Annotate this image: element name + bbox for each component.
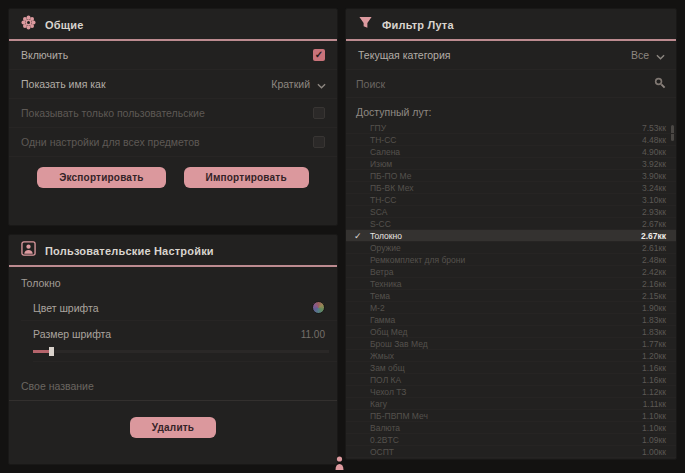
loot-item-value: 1.90кк (642, 303, 666, 313)
loot-item-name: ТН-СС (370, 195, 396, 205)
font-color-label: Цвет шрифта (33, 302, 99, 314)
loot-item-value: 3.92кк (642, 159, 666, 169)
user-panel-title: Пользовательские Настройки (45, 245, 214, 257)
loot-row[interactable]: М-21.90кк (346, 302, 676, 314)
show-name-row: Показать имя как Краткий (9, 70, 337, 99)
loot-item-name: Зам общ (370, 363, 405, 373)
loot-item-value: 2.67кк (642, 219, 666, 229)
loot-row[interactable]: Брош Зав Мед1.77кк (346, 338, 676, 350)
loot-row[interactable]: 0.2BTC1.09кк (346, 434, 676, 446)
loot-row[interactable]: SCA2.93кк (346, 206, 676, 218)
font-size-slider[interactable] (33, 350, 329, 353)
loot-row[interactable]: Общ Мед1.83кк (346, 326, 676, 338)
loot-item-name: Толокно (370, 231, 402, 241)
loot-item-name: SCA (370, 207, 387, 217)
loot-row[interactable]: Салена4.90кк (346, 146, 676, 158)
loot-item-name: Гамма (370, 315, 395, 325)
loot-row[interactable]: Изюм3.92кк (346, 158, 676, 170)
loot-row[interactable]: ПБ-ВК Мех3.24кк (346, 182, 676, 194)
category-dropdown[interactable]: Все (631, 49, 664, 61)
search-input[interactable] (356, 78, 653, 90)
user-settings-panel: Пользовательские Настройки Толокно Цвет … (8, 234, 338, 465)
loot-item-name: S-CC (370, 219, 391, 229)
loot-item-value: 2.61кк (642, 243, 666, 253)
loot-item-name: ПБ-ПВПМ Меч (370, 411, 428, 421)
delete-button[interactable]: Удалить (130, 417, 216, 438)
font-size-row: Размер шрифта 11.00 (21, 321, 337, 346)
enable-row: Включить ✓ (9, 41, 337, 70)
loot-item-name: Жмых (370, 351, 394, 361)
loot-item-value: 1.10кк (642, 411, 666, 421)
general-settings-panel: Общие Включить ✓ Показать имя как Кратки… (8, 8, 338, 226)
loot-row[interactable]: ПОЛ КА1.16кк (346, 374, 676, 386)
only-custom-label: Показывать только пользовательские (21, 107, 205, 119)
loot-item-value: 2.16кк (642, 279, 666, 289)
import-button[interactable]: Импортировать (184, 167, 309, 188)
user-panel-header: Пользовательские Настройки (9, 235, 337, 265)
loot-filter-panel: Фильтр Лута Текущая категория Все Доступ… (345, 8, 677, 460)
loot-row[interactable]: ПБ-ПО Ме3.90кк (346, 170, 676, 182)
loot-row[interactable]: Техника2.16кк (346, 278, 676, 290)
loot-row[interactable]: ✓Толокно2.67кк (346, 230, 676, 242)
loot-row[interactable]: Ремкомплект для брони2.48кк (346, 254, 676, 266)
font-size-label: Размер шрифта (33, 328, 111, 340)
available-loot-label: Доступный лут: (346, 98, 676, 122)
loot-row[interactable]: S-CC2.67кк (346, 218, 676, 230)
loot-list: ГПУ7.53ккТН-СС4.48ккСалена4.90ккИзюм3.92… (346, 122, 676, 458)
slider-handle[interactable] (49, 347, 54, 356)
loot-row[interactable]: Тема2.15кк (346, 290, 676, 302)
loot-row[interactable]: Чехол ТЗ1.12кк (346, 386, 676, 398)
loot-item-name: ПОЛ КА (370, 375, 401, 385)
show-name-label: Показать имя как (21, 78, 106, 90)
loot-item-value: 7.53кк (642, 123, 666, 133)
export-import-row: Экспортировать Импортировать (9, 157, 337, 198)
search-icon[interactable] (653, 76, 666, 91)
loot-item-value: 3.10кк (642, 195, 666, 205)
loot-row[interactable]: ТН-СС3.10кк (346, 194, 676, 206)
loot-item-name: ПБ-ВК Мех (370, 183, 413, 193)
general-panel-header: Общие (9, 9, 337, 39)
loot-row[interactable]: Кагу1.11кк (346, 398, 676, 410)
drag-handle-icon[interactable] (334, 456, 345, 473)
loot-item-name: ПБ-ПО Ме (370, 171, 412, 181)
loot-row[interactable]: Гамма1.83кк (346, 314, 676, 326)
loot-item-value: 1.16кк (642, 375, 666, 385)
chevron-down-icon (317, 80, 325, 88)
loot-row[interactable]: Жмых1.20кк (346, 350, 676, 362)
selected-check-icon: ✓ (354, 231, 362, 241)
loot-row[interactable]: ОСПТ1.00кк (346, 446, 676, 458)
same-settings-checkbox[interactable] (313, 136, 325, 148)
loot-item-value: 1.20кк (642, 351, 666, 361)
loot-item-name: Изюм (370, 159, 392, 169)
loot-item-name: 0.2BTC (370, 435, 399, 445)
loot-item-value: 2.93кк (642, 207, 666, 217)
show-name-dropdown[interactable]: Краткий (271, 78, 325, 90)
loot-item-value: 1.12кк (642, 387, 666, 397)
font-color-row[interactable]: Цвет шрифта (21, 294, 337, 321)
font-size-value: 11.00 (301, 329, 325, 340)
filter-panel-title: Фильтр Лута (382, 19, 454, 31)
only-custom-checkbox[interactable] (313, 107, 325, 119)
loot-item-value: 1.09кк (642, 435, 666, 445)
export-button[interactable]: Экспортировать (37, 167, 165, 188)
loot-row[interactable]: Оружие2.61кк (346, 242, 676, 254)
loot-item-value: 2.67кк (641, 231, 666, 241)
loot-row[interactable]: Ветра2.42кк (346, 266, 676, 278)
loot-row[interactable]: Зам общ1.16кк (346, 362, 676, 374)
loot-item-value: 2.15кк (642, 291, 666, 301)
enable-checkbox[interactable]: ✓ (313, 49, 325, 61)
custom-name-input[interactable] (21, 380, 325, 392)
loot-item-value: 3.24кк (642, 183, 666, 193)
loot-row[interactable]: ТН-СС4.48кк (346, 134, 676, 146)
loot-row[interactable]: ГПУ7.53кк (346, 122, 676, 134)
loot-row[interactable]: Валюта1.10кк (346, 422, 676, 434)
gear-flower-icon (21, 15, 36, 34)
loot-item-value: 3.90кк (642, 171, 666, 181)
selected-item-name: Толокно (9, 267, 337, 294)
loot-item-name: Салена (370, 147, 400, 157)
color-wheel-icon[interactable] (312, 301, 325, 314)
loot-item-name: Общ Мед (370, 327, 408, 337)
loot-item-name: ТН-СС (370, 135, 396, 145)
loot-row[interactable]: ПБ-ПВПМ Меч1.10кк (346, 410, 676, 422)
loot-item-name: Техника (370, 279, 402, 289)
